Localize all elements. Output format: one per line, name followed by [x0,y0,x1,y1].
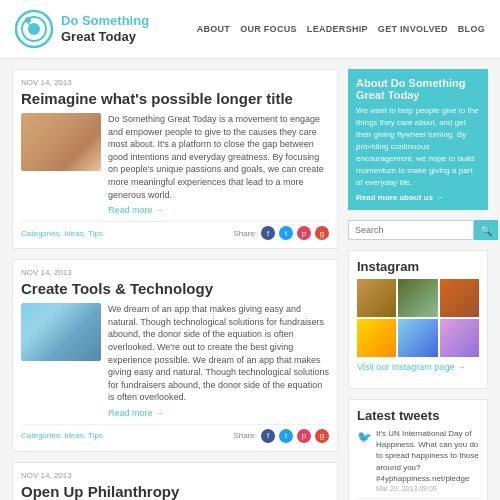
tweet-1-content: It's UN International Day of Happiness. … [376,428,479,494]
main-layout: NOV 14, 2013 Reimagine what's possible l… [0,59,500,500]
instagram-box: Instagram Visit our Instagram page → [348,250,488,389]
logo-area: Do Something Great Today [15,10,149,48]
post-3-date: NOV 14, 2013 [21,471,329,480]
post-2-date: NOV 14, 2013 [21,268,329,277]
post-1-content: Do Something Great Today is a movement t… [108,113,329,215]
post-2-share: Share: f t p g [233,429,329,443]
post-2-inner: We dream of an app that makes giving eas… [21,303,329,418]
search-input[interactable] [348,220,474,240]
post-1-image [21,113,101,171]
about-text: We want to help people give to the thing… [356,105,480,189]
post-1-footer: Categories: Ideas, Tips Share: f t p g [21,221,329,240]
logo-icon [15,10,53,48]
about-link[interactable]: Read more about us → [356,193,480,202]
post-2-footer: Categories: Ideas, Tips Share: f t p g [21,424,329,443]
nav-leadership[interactable]: LEADERSHIP [307,24,368,34]
post-3: NOV 14, 2013 Open Up Philanthropy With t… [12,462,338,500]
post-2: NOV 14, 2013 Create Tools & Technology W… [12,259,338,452]
post-2-image [21,303,101,361]
post-3-title: Open Up Philanthropy [21,483,329,500]
sidebar: About Do Something Great Today We want t… [348,69,488,500]
share-twitter-1[interactable]: t [279,226,293,240]
tweets-box: Latest tweets 🐦 It's UN International Da… [348,399,488,500]
nav-get-involved[interactable]: GET INVOLVED [378,24,448,34]
post-1-title: Reimagine what's possible longer title [21,90,329,108]
post-1: NOV 14, 2013 Reimagine what's possible l… [12,69,338,249]
post-2-cats-value[interactable]: Ideas, Tips [64,431,103,440]
about-box: About Do Something Great Today We want t… [348,69,488,210]
share-googleplus-2[interactable]: g [315,429,329,443]
instagram-img-6[interactable] [440,319,479,357]
instagram-link[interactable]: Visit our Instagram page → [357,362,479,372]
tweet-1: 🐦 It's UN International Day of Happiness… [357,428,479,499]
instagram-img-5[interactable] [398,319,437,357]
post-1-share: Share: f t p g [233,226,329,240]
instagram-img-4[interactable] [357,319,396,357]
post-1-text: Do Something Great Today is a movement t… [108,113,329,201]
share-facebook-1[interactable]: f [261,226,275,240]
share-pinterest-1[interactable]: p [297,226,311,240]
share-googleplus-1[interactable]: g [315,226,329,240]
main-nav: ABOUT OUR FOCUS LEADERSHIP GET INVOLVED … [197,24,485,34]
nav-focus[interactable]: OUR FOCUS [240,24,297,34]
search-box: 🔍 [348,220,488,240]
post-1-inner: Do Something Great Today is a movement t… [21,113,329,215]
instagram-img-3[interactable] [440,279,479,317]
share-pinterest-2[interactable]: p [297,429,311,443]
logo-text: Do Something Great Today [61,13,149,44]
post-2-read-more[interactable]: Read more → [108,408,329,418]
nav-about[interactable]: ABOUT [197,24,231,34]
post-2-title: Create Tools & Technology [21,280,329,298]
tweet-1-date: Mar 20, 2013 09:09 [376,484,479,494]
content-column: NOV 14, 2013 Reimagine what's possible l… [12,69,338,500]
about-title: About Do Something Great Today [356,77,480,101]
search-button[interactable]: 🔍 [474,220,498,240]
instagram-img-2[interactable] [398,279,437,317]
instagram-img-1[interactable] [357,279,396,317]
instagram-title: Instagram [357,259,479,274]
svg-point-3 [25,17,31,23]
site-header: Do Something Great Today ABOUT OUR FOCUS… [0,0,500,59]
twitter-bird-icon-1: 🐦 [357,429,372,494]
share-facebook-2[interactable]: f [261,429,275,443]
post-1-cats-value[interactable]: Ideas, Tips [64,229,103,238]
instagram-grid [357,279,479,357]
post-1-categories: Categories: Ideas, Tips [21,229,103,238]
post-1-read-more[interactable]: Read more → [108,205,329,215]
post-1-date: NOV 14, 2013 [21,78,329,87]
nav-blog[interactable]: BLOG [458,24,485,34]
post-2-content: We dream of an app that makes giving eas… [108,303,329,418]
post-2-text: We dream of an app that makes giving eas… [108,303,329,404]
tweets-title: Latest tweets [357,408,479,423]
post-2-categories: Categories: Ideas, Tips [21,431,103,440]
share-twitter-2[interactable]: t [279,429,293,443]
